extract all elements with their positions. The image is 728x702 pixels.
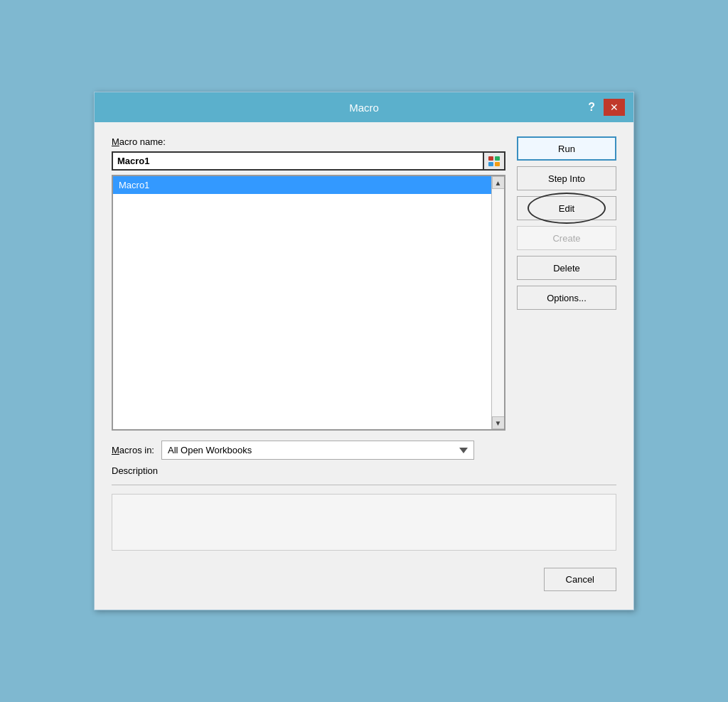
scroll-track[interactable] bbox=[492, 189, 504, 416]
step-into-button[interactable]: Step Into bbox=[517, 166, 616, 190]
title-bar: Macro ? ✕ bbox=[95, 92, 633, 122]
run-button[interactable]: Run bbox=[517, 136, 616, 161]
list-item[interactable]: Macro1 bbox=[113, 176, 491, 194]
macros-in-select[interactable]: All Open Workbooks This Workbook bbox=[161, 441, 474, 460]
help-button[interactable]: ? bbox=[584, 99, 599, 115]
edit-button[interactable]: Edit bbox=[517, 196, 616, 220]
svg-rect-3 bbox=[495, 162, 500, 166]
macro-dialog: Macro ? ✕ Macro name: bbox=[94, 92, 634, 610]
edit-button-wrapper: Edit bbox=[517, 196, 616, 220]
left-panel: Macro name: bbox=[112, 136, 505, 431]
macro-name-input[interactable] bbox=[112, 151, 484, 171]
svg-rect-2 bbox=[488, 162, 493, 166]
svg-rect-0 bbox=[488, 156, 493, 161]
svg-rect-1 bbox=[495, 156, 500, 161]
macro-name-icon-button[interactable] bbox=[484, 151, 505, 171]
macros-in-row: Macros in: All Open Workbooks This Workb… bbox=[112, 441, 616, 460]
macro-name-label: Macro name: bbox=[112, 136, 505, 147]
create-button: Create bbox=[517, 226, 616, 250]
bottom-buttons-row: Cancel bbox=[112, 561, 616, 595]
macro-list: Macro1 bbox=[113, 176, 491, 429]
cancel-button[interactable]: Cancel bbox=[544, 568, 616, 591]
scroll-down-arrow[interactable]: ▼ bbox=[492, 416, 505, 429]
list-scrollbar: ▲ ▼ bbox=[491, 176, 504, 429]
dialog-title: Macro bbox=[160, 102, 568, 114]
right-panel: Run Step Into Edit Create Delete Options… bbox=[517, 136, 616, 310]
dialog-body: Macro name: bbox=[95, 122, 633, 610]
dialog-wrapper: Macro ? ✕ Macro name: bbox=[0, 0, 728, 702]
description-label: Description bbox=[112, 465, 616, 476]
options-button[interactable]: Options... bbox=[517, 286, 616, 310]
macro-list-wrapper: Macro1 ▲ ▼ bbox=[112, 175, 505, 431]
scroll-up-arrow[interactable]: ▲ bbox=[492, 176, 505, 189]
divider bbox=[112, 485, 616, 485]
main-content: Macro name: bbox=[112, 136, 616, 431]
macros-in-label: Macros in: bbox=[112, 445, 154, 455]
close-button[interactable]: ✕ bbox=[604, 99, 625, 116]
title-bar-controls: ? ✕ bbox=[568, 99, 625, 116]
grid-icon bbox=[488, 156, 500, 167]
description-area[interactable] bbox=[112, 494, 616, 551]
bottom-section: Macros in: All Open Workbooks This Workb… bbox=[112, 441, 616, 551]
macro-name-input-row bbox=[112, 151, 505, 171]
delete-button[interactable]: Delete bbox=[517, 256, 616, 280]
